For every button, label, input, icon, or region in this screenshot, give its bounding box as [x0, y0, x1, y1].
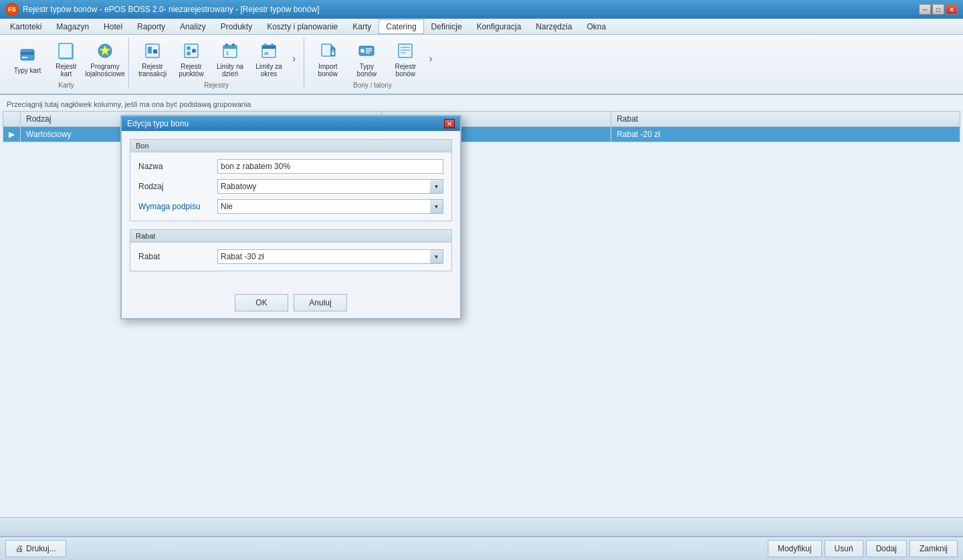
- modyfikuj-button[interactable]: Modyfikuj: [768, 540, 822, 557]
- typy-kart-icon: [17, 44, 38, 65]
- svg-point-16: [187, 51, 191, 55]
- typy-bonow-label: Typy bonów: [350, 63, 383, 78]
- rabat-select-wrapper: Rabat -30 zł Rabat -20 zł Brak ▼: [217, 249, 443, 264]
- svg-text:1: 1: [226, 51, 229, 55]
- svg-rect-18: [223, 45, 237, 49]
- title-bar-controls[interactable]: ─ □ ✕: [919, 4, 958, 15]
- bon-group: Bon Nazwa Rodzaj Rabatowy: [130, 139, 452, 221]
- title-bar-text: Rejestr typów bonów - ePOS BOSS 2.0- nie…: [23, 5, 320, 14]
- cancel-button[interactable]: Anuluj: [294, 294, 347, 311]
- menu-kartoteki[interactable]: Kartoteki: [3, 19, 49, 34]
- rodzaj-select[interactable]: Rabatowy Wartościowy: [217, 179, 443, 194]
- dodaj-button[interactable]: Dodaj: [866, 540, 907, 557]
- rodzaj-label: Rodzaj: [138, 182, 212, 191]
- svg-point-14: [187, 46, 191, 50]
- minimize-button[interactable]: ─: [919, 4, 931, 15]
- svg-rect-12: [153, 49, 157, 53]
- print-button[interactable]: 🖨 Drukuj...: [5, 540, 66, 557]
- rabat-select-arrow[interactable]: ▼: [430, 249, 443, 264]
- rabat-label: Rabat: [138, 252, 212, 261]
- bottom-right-buttons: Modyfikuj Usuń Dodaj Zamknij: [768, 540, 958, 557]
- print-label: Drukuj...: [26, 544, 56, 553]
- menu-okna[interactable]: Okna: [579, 19, 613, 34]
- svg-rect-23: [262, 45, 276, 49]
- wymaga-select-wrapper: Nie Tak ▼: [217, 199, 443, 214]
- toolbar-typy-kart[interactable]: Typy kart: [9, 41, 45, 77]
- toolbar-items-rejestry: Rejestr transakcji Rejestr punktów 1 Lim…: [134, 37, 298, 80]
- menu-raporty[interactable]: Raporty: [130, 19, 173, 34]
- toolbar-rejestr-punktow[interactable]: Rejestr punktów: [173, 37, 209, 80]
- toolbar-limity-dzien[interactable]: 1 Limity na dzień: [212, 37, 248, 80]
- dialog-body: Bon Nazwa Rodzaj Rabatowy: [122, 131, 460, 287]
- close-app-button[interactable]: ✕: [946, 4, 958, 15]
- toolbar-rejestr-transakcji[interactable]: Rejestr transakcji: [134, 37, 171, 80]
- toolbar-group-rejestry-label: Rejestry: [134, 82, 298, 89]
- menu-bar: Kartoteki Magazyn Hotel Raporty Analizy …: [0, 19, 963, 35]
- dialog-overlay: Edycja typu bonu ✕ Bon Nazwa: [0, 95, 963, 517]
- menu-analizy[interactable]: Analizy: [173, 19, 213, 34]
- limity-dzien-icon: 1: [219, 40, 241, 61]
- svg-text:30: 30: [264, 51, 269, 55]
- wymaga-row: Wymaga podpisu Nie Tak ▼: [138, 199, 443, 214]
- rodzaj-select-arrow[interactable]: ▼: [430, 179, 443, 194]
- usun-button[interactable]: Usuń: [825, 540, 863, 557]
- limity-okres-label: Limity za okres: [253, 63, 285, 78]
- toolbar-rejestr-kart[interactable]: Rejestr kart: [48, 37, 84, 80]
- print-icon: 🖨: [15, 544, 23, 553]
- zamknij-button[interactable]: Zamknij: [909, 540, 958, 557]
- wymaga-select-arrow[interactable]: ▼: [430, 199, 443, 214]
- svg-rect-7: [59, 43, 72, 58]
- rodzaj-select-wrapper: Rabatowy Wartościowy ▼: [217, 179, 443, 194]
- toolbar-typy-bonow[interactable]: Typy bonów: [348, 37, 385, 80]
- menu-produkty[interactable]: Produkty: [213, 19, 259, 34]
- svg-rect-11: [148, 47, 152, 53]
- dialog-title: Edycja typu bonu: [127, 119, 189, 128]
- programy-icon: [94, 40, 116, 61]
- wymaga-select[interactable]: Nie Tak: [217, 199, 443, 214]
- bony-more-icon[interactable]: ›: [426, 53, 435, 65]
- rejestr-transakcji-label: Rejestr transakcji: [136, 63, 169, 78]
- bon-group-content: Nazwa Rodzaj Rabatowy Wartościowy: [130, 152, 451, 221]
- menu-karty[interactable]: Karty: [345, 19, 379, 34]
- maximize-button[interactable]: □: [932, 4, 944, 15]
- svg-point-19: [225, 43, 228, 46]
- import-bonow-label: Import bonów: [312, 63, 344, 78]
- svg-point-25: [271, 43, 274, 46]
- menu-koszty[interactable]: Koszty i planowanie: [259, 19, 345, 34]
- svg-point-24: [264, 43, 267, 46]
- main-content: Przeciągnij tutaj nagłówek kolumny, jeśl…: [0, 95, 963, 517]
- menu-catering[interactable]: Catering: [379, 19, 423, 34]
- rejestr-punktow-icon: [181, 40, 202, 61]
- nazwa-input[interactable]: [217, 159, 443, 174]
- wymaga-label: Wymaga podpisu: [138, 202, 212, 211]
- toolbar-items-bony: Import bonów Typy bonów Rejestr bonów ›: [310, 37, 435, 80]
- svg-rect-1: [21, 52, 34, 55]
- title-bar-left: FS Rejestr typów bonów - ePOS BOSS 2.0- …: [5, 3, 320, 16]
- toolbar-import-bonow[interactable]: Import bonów: [310, 37, 346, 80]
- menu-konfiguracja[interactable]: Konfiguracja: [469, 19, 529, 34]
- rejestr-bonow-label: Rejestr bonów: [389, 63, 421, 78]
- svg-rect-2: [22, 57, 27, 58]
- toolbar-programy[interactable]: Programy lojalnościowe: [87, 37, 123, 80]
- menu-hotel[interactable]: Hotel: [96, 19, 130, 34]
- toolbar-group-karty: Typy kart Rejestr kart Programy lojalnoś…: [4, 37, 129, 89]
- svg-point-20: [232, 43, 235, 46]
- rodzaj-row: Rodzaj Rabatowy Wartościowy ▼: [138, 179, 443, 194]
- toolbar-limity-okres[interactable]: 30 Limity za okres: [251, 37, 287, 80]
- menu-definicje[interactable]: Definicje: [424, 19, 469, 34]
- menu-narzedzia[interactable]: Narzędzia: [528, 19, 579, 34]
- menu-magazyn[interactable]: Magazyn: [49, 19, 96, 34]
- ok-button[interactable]: OK: [235, 294, 288, 311]
- title-bar: FS Rejestr typów bonów - ePOS BOSS 2.0- …: [0, 0, 963, 19]
- toolbar-rejestr-bonow[interactable]: Rejestr bonów: [387, 37, 423, 80]
- svg-rect-27: [322, 44, 331, 56]
- rabat-select[interactable]: Rabat -30 zł Rabat -20 zł Brak: [217, 249, 443, 264]
- toolbar-items-karty: Typy kart Rejestr kart Programy lojalnoś…: [9, 37, 123, 80]
- dialog-footer: OK Anuluj: [122, 287, 460, 318]
- bon-group-title: Bon: [130, 140, 451, 152]
- toolbar-group-karty-label: Karty: [9, 82, 123, 89]
- rejestr-kart-label: Rejestr kart: [50, 63, 82, 78]
- toolbar-group-bony-label: Bony / talony: [310, 82, 435, 89]
- rejestry-more-icon[interactable]: ›: [290, 53, 298, 65]
- dialog-close-button[interactable]: ✕: [444, 119, 455, 128]
